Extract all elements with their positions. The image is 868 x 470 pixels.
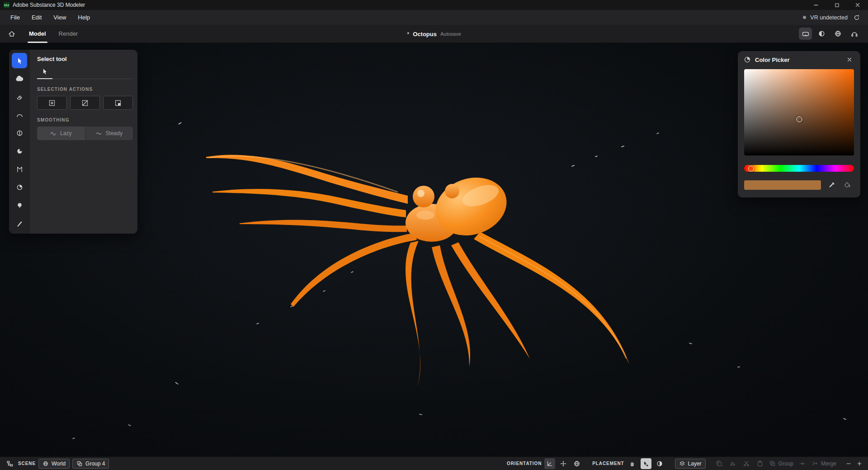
tool-variant-select[interactable] [37, 66, 52, 79]
close-button[interactable] [847, 0, 868, 10]
zoom-out-button[interactable] [844, 458, 853, 469]
duplicate-button[interactable] [714, 458, 725, 469]
color-picker-close-button[interactable] [844, 55, 854, 65]
color-picker-title: Color Picker [755, 56, 840, 63]
smoothing-steady-button[interactable]: Steady [85, 127, 133, 140]
group-icon [76, 461, 83, 467]
layer-group: Layer [675, 459, 706, 469]
placement-snap-button[interactable] [641, 458, 651, 469]
select-add-button[interactable] [37, 96, 67, 110]
headset-button[interactable] [848, 28, 861, 40]
orientation-axes-button[interactable] [544, 458, 555, 469]
world-button[interactable]: World [38, 459, 70, 469]
menu-edit[interactable]: Edit [26, 12, 47, 23]
color-picker-body [738, 68, 860, 190]
group-button[interactable]: Group [768, 459, 794, 469]
tool-clay-button[interactable] [12, 71, 27, 86]
select-none-button[interactable] [70, 96, 100, 110]
orientation-world-button[interactable] [571, 458, 582, 469]
tool-pottery-button[interactable] [12, 143, 27, 159]
color-picker-header: Color Picker [738, 51, 860, 68]
tool-inflate-button[interactable] [12, 197, 27, 213]
group4-button[interactable]: Group 4 [72, 459, 109, 469]
title-bar: Md Adobe Substance 3D Modeler [0, 0, 868, 10]
header-icon-group [799, 28, 863, 40]
scissors-icon [743, 460, 750, 467]
environment-button[interactable] [831, 28, 844, 40]
orientation-label: ORIENTATION [507, 461, 542, 466]
tab-model[interactable]: Model [23, 25, 52, 43]
globe-icon [42, 461, 49, 467]
bump-highlight [417, 190, 425, 197]
fill-button[interactable] [842, 179, 853, 190]
hue-slider[interactable] [744, 165, 854, 172]
cursor-plus-icon [642, 460, 650, 467]
zoom-group [844, 458, 863, 469]
smoothing-lazy-button[interactable]: Lazy [37, 127, 85, 140]
smoothing-label: SMOOTHING [37, 118, 133, 122]
orientation-gizmo-button[interactable] [558, 458, 569, 469]
vr-desktop-mode-button[interactable] [799, 28, 812, 40]
selection-actions-row [37, 96, 133, 110]
mirror-button[interactable] [727, 458, 738, 469]
tool-smooth-button[interactable] [12, 107, 27, 122]
clipboard-icon [756, 460, 764, 467]
menu-file[interactable]: File [5, 12, 26, 23]
home-button[interactable] [5, 27, 19, 41]
menu-view[interactable]: View [47, 12, 72, 23]
tentacle-highlight [479, 236, 626, 358]
select-invert-button[interactable] [103, 96, 133, 110]
gizmo-icon [560, 460, 567, 467]
sv-cursor[interactable] [796, 116, 802, 122]
layer-button[interactable]: Layer [675, 459, 706, 469]
tool-erase-button[interactable] [12, 89, 27, 104]
color-picker-panel: Color Picker [738, 51, 860, 197]
placement-sphere-button[interactable] [654, 458, 665, 469]
tool-panel: Select tool SELECTION ACTIONS [9, 50, 137, 234]
eyedropper-icon [828, 181, 835, 189]
color-picker-icon [744, 56, 751, 63]
pottery-tool-icon [16, 147, 24, 155]
current-color-swatch[interactable] [744, 180, 821, 190]
select-add-icon [48, 99, 56, 107]
tool-mask-button[interactable] [12, 161, 27, 177]
tool-select-button[interactable] [12, 53, 27, 68]
tentacle-right [474, 232, 629, 364]
tab-render[interactable]: Render [52, 25, 85, 43]
app-icon: Md [4, 2, 9, 8]
maximize-button[interactable] [826, 0, 847, 10]
clay-tool-icon [15, 75, 24, 83]
minimize-button[interactable] [806, 0, 826, 10]
duplicate-icon [716, 460, 723, 467]
vr-refresh-button[interactable] [852, 13, 862, 23]
steady-wave-icon [96, 131, 103, 136]
vr-desktop-icon [802, 30, 810, 38]
tool-slice-button[interactable] [12, 179, 27, 195]
sv-gradient[interactable] [744, 69, 854, 155]
tentacle-down-1 [406, 241, 420, 386]
contrast-icon [656, 460, 663, 467]
placement-label: PLACEMENT [592, 461, 624, 466]
cut-button[interactable] [741, 458, 752, 469]
menu-help[interactable]: Help [72, 12, 96, 23]
hue-cursor[interactable] [748, 165, 754, 171]
mode-tab-bar: Model Render * Octopus Autosave [0, 25, 868, 43]
tool-brush-button[interactable] [12, 216, 27, 231]
split-button[interactable] [797, 458, 808, 469]
window-title: Adobe Substance 3D Modeler [13, 2, 85, 8]
zoom-in-button[interactable] [855, 458, 863, 469]
cursor-icon [41, 68, 48, 75]
tool-split-button[interactable] [12, 125, 27, 141]
scene-tree-icon [5, 458, 15, 469]
placement-hand-button[interactable] [627, 458, 638, 469]
merge-button[interactable]: Merge [811, 459, 837, 469]
smooth-tool-icon [16, 111, 24, 119]
tentacle-left-4 [291, 233, 417, 307]
eyedropper-button[interactable] [826, 179, 837, 190]
paste-button[interactable] [755, 458, 765, 469]
select-tool-icon [16, 57, 24, 65]
vr-status-dot [803, 16, 806, 19]
selection-actions-label: SELECTION ACTIONS [37, 87, 133, 92]
sphere-view-button[interactable] [815, 28, 828, 40]
brush-tool-icon [16, 220, 24, 227]
